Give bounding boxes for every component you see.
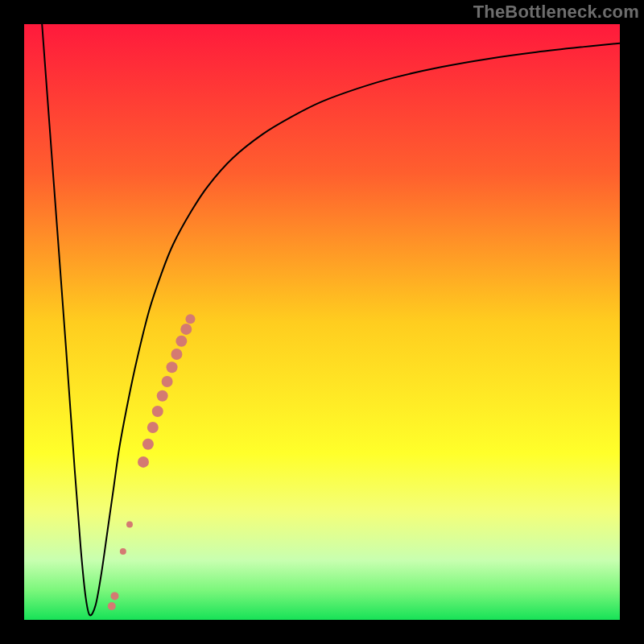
scatter-point bbox=[147, 422, 159, 433]
watermark-text: TheBottleneck.com bbox=[473, 2, 639, 23]
scatter-point bbox=[162, 376, 173, 387]
scatter-point bbox=[157, 390, 168, 402]
gradient-background bbox=[24, 24, 620, 620]
scatter-point bbox=[180, 324, 192, 335]
scatter-point bbox=[120, 548, 126, 555]
scatter-point bbox=[152, 406, 163, 417]
scatter-point bbox=[108, 602, 116, 610]
chart-svg bbox=[24, 24, 620, 620]
scatter-point bbox=[167, 361, 178, 373]
scatter-point bbox=[171, 349, 182, 360]
scatter-point bbox=[185, 314, 195, 324]
scatter-point bbox=[138, 456, 149, 468]
scatter-point bbox=[175, 336, 187, 347]
scatter-point bbox=[110, 592, 118, 600]
scatter-point bbox=[142, 439, 154, 450]
plot-area bbox=[24, 24, 620, 620]
scatter-point bbox=[126, 522, 133, 528]
chart-frame: TheBottleneck.com bbox=[0, 0, 644, 644]
